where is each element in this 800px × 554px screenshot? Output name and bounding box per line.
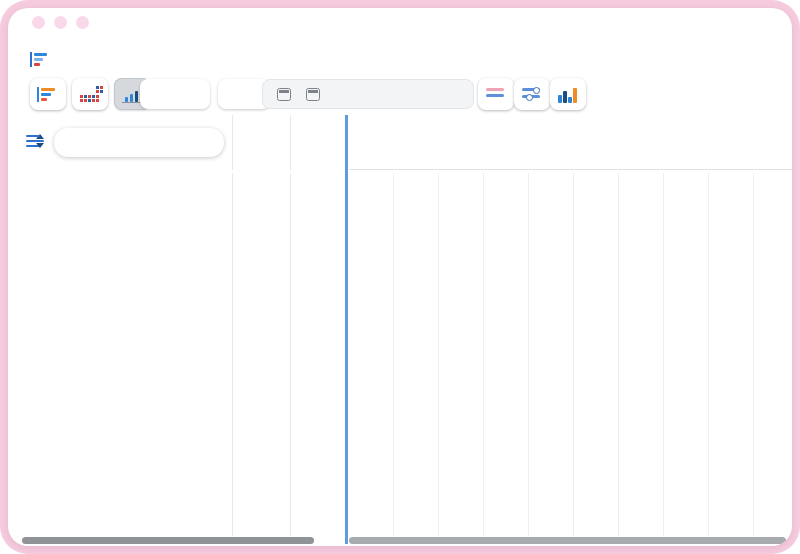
schedule-grid	[349, 173, 792, 536]
kpi-chart-icon	[558, 86, 579, 103]
calendar-icon	[277, 88, 291, 101]
calendar-header	[349, 115, 792, 170]
percent-grid-icon	[80, 86, 100, 102]
app-window	[8, 8, 792, 546]
resource-plan-icon	[30, 52, 50, 67]
toolbar	[8, 78, 792, 112]
resource-list	[8, 173, 345, 536]
calendar-icon	[306, 88, 320, 101]
expand-collapse-all-icon[interactable]	[26, 134, 44, 148]
lines-settings-icon	[486, 86, 506, 102]
window-dot	[76, 16, 89, 29]
granularity-select[interactable]	[140, 79, 210, 109]
display-settings-button[interactable]	[514, 78, 550, 110]
column-divider	[232, 173, 233, 536]
kpi-button[interactable]	[550, 78, 586, 110]
gantt-view-button[interactable]	[30, 78, 66, 110]
column-divider	[290, 115, 291, 170]
percent-view-button[interactable]	[72, 78, 108, 110]
group-by-select[interactable]	[54, 128, 224, 157]
grid-dots	[80, 99, 83, 102]
panel-resize-divider[interactable]	[345, 115, 348, 544]
grid-horizontal-scrollbar[interactable]	[349, 537, 786, 544]
window-dot	[32, 16, 45, 29]
title-bar	[30, 46, 84, 72]
column-divider	[290, 173, 291, 536]
left-horizontal-scrollbar[interactable]	[22, 537, 314, 544]
grid-squares	[96, 86, 99, 89]
sliders-settings-icon	[522, 86, 542, 102]
chart-settings-button[interactable]	[478, 78, 514, 110]
window-frame	[0, 0, 800, 554]
gantt-icon	[37, 87, 59, 102]
window-controls	[32, 16, 89, 29]
window-dot	[54, 16, 67, 29]
column-divider	[232, 115, 233, 170]
date-range-picker	[262, 79, 474, 109]
